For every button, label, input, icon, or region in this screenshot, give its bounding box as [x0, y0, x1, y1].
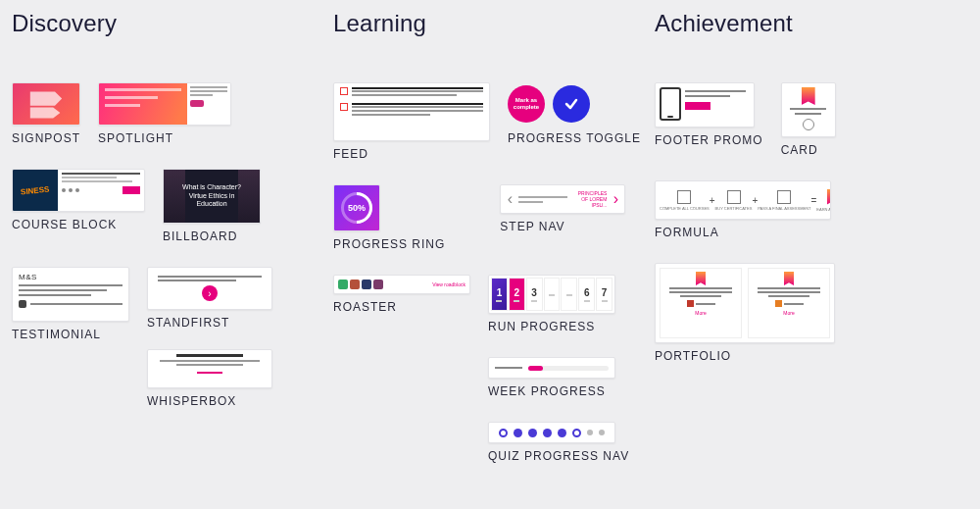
thumb-progress-toggle: Mark as complete — [508, 82, 641, 126]
pattern-quiz-progress-nav[interactable]: QUIZ PROGRESS NAV — [488, 422, 629, 463]
pattern-step-nav[interactable]: ‹ PRINCIPLES OF LOREM IPSU... › STEP NAV — [500, 184, 625, 251]
pattern-testimonial[interactable]: M&S TESTIMONIAL — [12, 267, 129, 408]
label-footer-promo: FOOTER PROMO — [655, 133, 763, 147]
chevron-right-icon: › — [611, 194, 620, 204]
thumb-step-nav: ‹ PRINCIPLES OF LOREM IPSU... › — [500, 184, 625, 214]
pattern-portfolio[interactable]: More More PORTFOLIO — [655, 263, 835, 363]
pattern-week-progress[interactable]: WEEK PROGRESS — [488, 357, 615, 398]
label-portfolio: PORTFOLIO — [655, 349, 835, 363]
mark-complete-icon: Mark as complete — [508, 85, 545, 123]
label-whisperbox: WHISPERBOX — [147, 394, 272, 408]
label-progress-ring: PROGRESS RING — [333, 237, 445, 251]
label-standfirst: STANDFIRST — [147, 316, 272, 330]
label-card: CARD — [781, 143, 836, 157]
thumb-footer-promo — [655, 82, 755, 127]
thumb-whisperbox — [147, 349, 272, 388]
thumb-feed — [333, 82, 490, 141]
pattern-footer-promo[interactable]: FOOTER PROMO — [655, 82, 763, 157]
label-run-progress: RUN PROGRESS — [488, 320, 615, 333]
thumb-testimonial: M&S — [12, 267, 129, 322]
thumb-signpost — [12, 82, 80, 126]
label-week-progress: WEEK PROGRESS — [488, 384, 615, 398]
column-discovery: Discovery SIGNPOST SPOTLIGHT SINESS — [12, 10, 325, 463]
arrow-icon: › — [202, 285, 218, 301]
label-quiz-progress-nav: QUIZ PROGRESS NAV — [488, 449, 629, 463]
label-progress-toggle: PROGRESS TOGGLE — [508, 131, 641, 145]
label-roaster: ROASTER — [333, 300, 470, 314]
thumb-card — [781, 82, 836, 137]
thumb-week-progress — [488, 357, 615, 379]
award-icon — [803, 119, 814, 130]
ribbon-icon — [784, 272, 794, 285]
pattern-card[interactable]: CARD — [781, 82, 836, 157]
ribbon-icon — [802, 87, 815, 105]
pattern-progress-ring[interactable]: 50% PROGRESS RING — [333, 184, 445, 251]
heading-discovery: Discovery — [12, 10, 325, 37]
thumb-run-progress: 1 2 3 6 7 — [488, 275, 615, 314]
pattern-run-progress[interactable]: 1 2 3 6 7 RUN PROGRESS — [488, 275, 615, 333]
label-formula: FORMULA — [655, 226, 831, 239]
thumb-course-block: SINESS — [12, 169, 145, 212]
ribbon-icon — [696, 272, 706, 285]
thumb-standfirst: › — [147, 267, 272, 310]
pattern-signpost[interactable]: SIGNPOST — [12, 82, 80, 145]
thumb-progress-ring: 50% — [333, 184, 380, 231]
pattern-spotlight[interactable]: SPOTLIGHT — [98, 82, 231, 145]
pattern-feed[interactable]: FEED — [333, 82, 490, 161]
thumb-portfolio: More More — [655, 263, 835, 343]
label-step-nav: STEP NAV — [500, 220, 625, 233]
label-feed: FEED — [333, 147, 490, 161]
pattern-formula[interactable]: COMPLETE ALL COURSES + BUY CERTIFICATES … — [655, 180, 831, 239]
check-icon — [553, 85, 590, 123]
label-testimonial: TESTIMONIAL — [12, 328, 129, 341]
chevron-left-icon: ‹ — [505, 194, 514, 204]
pattern-progress-toggle[interactable]: Mark as complete PROGRESS TOGGLE — [508, 82, 641, 161]
thumb-roaster: View roadblock — [333, 275, 470, 294]
pattern-course-block[interactable]: SINESS COURSE BLOCK — [12, 169, 145, 243]
thumb-formula: COMPLETE ALL COURSES + BUY CERTIFICATES … — [655, 180, 831, 220]
column-learning: Learning FEED Mark as complete PROGRESS … — [333, 10, 647, 463]
label-signpost: SIGNPOST — [12, 131, 80, 145]
pattern-standfirst[interactable]: › STANDFIRST WHISPERBOX — [147, 267, 272, 408]
thumb-billboard: What is Character? Virtue Ethics in Educ… — [163, 169, 261, 224]
label-course-block: COURSE BLOCK — [12, 218, 145, 231]
heading-learning: Learning — [333, 10, 647, 37]
label-spotlight: SPOTLIGHT — [98, 131, 231, 145]
thumb-spotlight — [98, 82, 231, 126]
heading-achievement: Achievement — [655, 10, 968, 37]
column-achievement: Achievement FOOTER PROMO CARD — [655, 10, 968, 463]
pattern-billboard[interactable]: What is Character? Virtue Ethics in Educ… — [163, 169, 261, 243]
thumb-quiz-progress-nav — [488, 422, 615, 443]
pattern-roaster[interactable]: View roadblock ROASTER — [333, 275, 470, 333]
phone-icon — [660, 87, 681, 121]
ribbon-icon — [827, 189, 831, 205]
label-billboard: BILLBOARD — [163, 229, 261, 243]
